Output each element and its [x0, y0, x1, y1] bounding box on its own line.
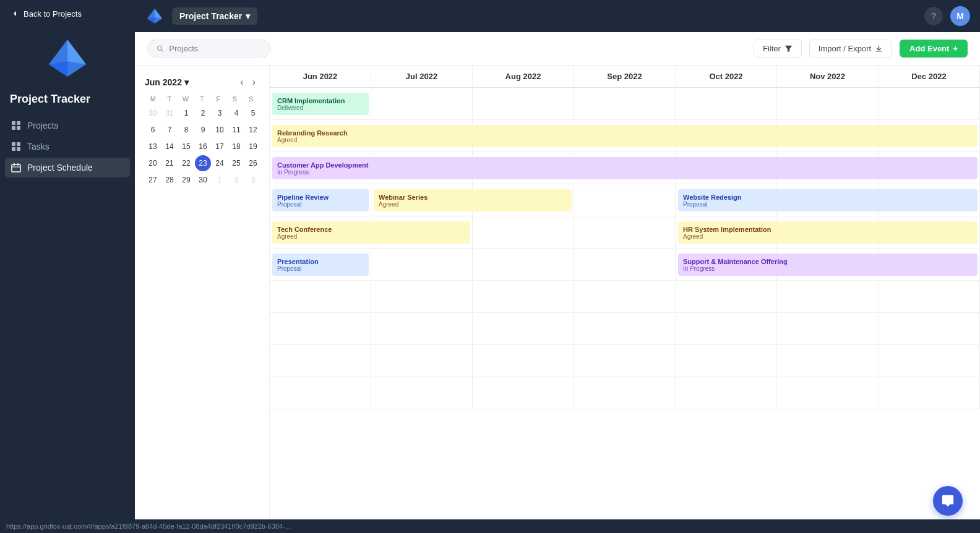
download-icon: [875, 45, 883, 53]
calendar-day[interactable]: 13: [145, 139, 161, 155]
mini-cal-prev-button[interactable]: ‹: [236, 75, 247, 89]
event-bar-webinar[interactable]: Webinar SeriesAgreed: [374, 189, 572, 211]
event-bar-customer-app[interactable]: Customer App DevelopmentIn Progress: [272, 157, 978, 179]
gantt-row: [270, 345, 980, 377]
help-button[interactable]: ?: [924, 7, 943, 25]
svg-marker-16: [155, 9, 162, 19]
calendar-day[interactable]: 31: [161, 105, 178, 121]
calendar-day[interactable]: 1: [212, 172, 228, 188]
event-bar-tech-conf[interactable]: Tech ConferenceAgreed: [272, 221, 470, 244]
event-bar-rebranding[interactable]: Rebranding ResearchAgreed: [272, 125, 978, 147]
topbar-title-button[interactable]: Project Tracker ▾: [172, 7, 257, 25]
calendar-day[interactable]: 7: [161, 122, 178, 138]
calendar-day[interactable]: 4: [228, 105, 244, 121]
event-status: Agreed: [683, 233, 973, 240]
sidebar-item-projects[interactable]: Projects: [5, 116, 130, 135]
gantt-row: [270, 281, 980, 313]
import-export-button[interactable]: Import / Export: [809, 40, 892, 58]
calendar-day[interactable]: 22: [178, 155, 194, 171]
gantt-row: [270, 313, 980, 345]
gantt-cell: [676, 345, 777, 377]
calendar-day[interactable]: 17: [212, 139, 228, 155]
calendar-day[interactable]: 19: [245, 139, 261, 155]
gantt-cell: [879, 313, 980, 344]
svg-rect-9: [12, 147, 15, 151]
calendar-day[interactable]: 21: [161, 155, 178, 171]
calendar-day[interactable]: 6: [145, 122, 161, 138]
calendar-day[interactable]: 11: [228, 122, 244, 138]
gantt-cell: [473, 249, 574, 280]
calendar-day[interactable]: 10: [212, 122, 228, 138]
sidebar-item-project-schedule[interactable]: Project Schedule: [5, 158, 130, 177]
event-bar-website[interactable]: Website RedesignProposal: [678, 189, 978, 211]
svg-rect-10: [17, 147, 20, 151]
svg-rect-4: [17, 121, 20, 125]
sidebar-logo: [0, 27, 135, 93]
svg-rect-5: [12, 126, 15, 130]
calendar-day[interactable]: 26: [245, 155, 261, 171]
calendar-day[interactable]: 1: [178, 105, 194, 121]
calendar-day[interactable]: 25: [228, 155, 244, 171]
gantt-cell: [574, 345, 676, 377]
svg-rect-11: [12, 164, 20, 172]
calendar-day[interactable]: 14: [161, 139, 178, 155]
calendar-day[interactable]: 18: [228, 139, 244, 155]
event-name: Presentation: [277, 258, 364, 265]
calendar-day[interactable]: 24: [212, 155, 228, 171]
sidebar-title: Project Tracker: [0, 93, 135, 116]
sidebar-nav: Projects Tasks Project Schedule: [0, 116, 135, 177]
calendar-day[interactable]: 2: [228, 172, 244, 188]
calendar-day[interactable]: 27: [145, 172, 161, 188]
add-event-button[interactable]: Add Event +: [900, 40, 968, 58]
event-bar-crm[interactable]: CRM ImplementationDelivered: [272, 93, 369, 115]
calendar-day[interactable]: 30: [145, 105, 161, 121]
calendar-day[interactable]: 3: [245, 172, 261, 188]
search-box[interactable]: [147, 40, 271, 58]
event-bar-support[interactable]: Support & Maintenance OfferingIn Progres…: [678, 254, 978, 276]
main-content: Project Tracker ▾ ? M Filter Import / Ex…: [135, 0, 980, 533]
calendar-day[interactable]: 16: [195, 139, 211, 155]
event-status: Agreed: [277, 137, 973, 143]
calendar-day[interactable]: 5: [245, 105, 261, 121]
calendar-day[interactable]: 12: [245, 122, 261, 138]
tasks-icon: [11, 142, 21, 151]
calendar-day[interactable]: 20: [145, 155, 161, 171]
gantt-body: CRM ImplementationDeliveredRebranding Re…: [270, 88, 980, 533]
event-bar-hr-system[interactable]: HR System ImplementationAgreed: [678, 221, 978, 244]
calendar-day[interactable]: 29: [178, 172, 194, 188]
back-label: Back to Projects: [24, 9, 82, 19]
user-avatar[interactable]: M: [950, 6, 970, 26]
mini-cal-dropdown-icon: ▾: [184, 77, 189, 87]
calendar-gantt-area: Jun 2022 ▾ ‹ › M T W T F S: [135, 66, 980, 533]
mini-cal-next-button[interactable]: ›: [249, 75, 259, 89]
filter-button[interactable]: Filter: [754, 40, 802, 58]
search-input[interactable]: [169, 44, 262, 53]
event-bar-presentation[interactable]: PresentationProposal: [272, 254, 369, 276]
calendar-day[interactable]: 9: [195, 122, 211, 138]
gantt-month-header: Sep 2022: [574, 66, 676, 87]
event-status: Agreed: [379, 201, 567, 208]
calendar-day[interactable]: 23: [195, 155, 211, 171]
mini-cal-month-button[interactable]: Jun 2022 ▾: [145, 77, 189, 87]
calendar-day[interactable]: 3: [212, 105, 228, 121]
calendar-day[interactable]: 8: [178, 122, 194, 138]
topbar: Project Tracker ▾ ? M: [135, 0, 980, 32]
event-name: Support & Maintenance Offering: [683, 258, 973, 265]
gantt-row: Pipeline ReviewProposalWebinar SeriesAgr…: [270, 184, 980, 216]
calendar-day[interactable]: 2: [195, 105, 211, 121]
chat-button[interactable]: [933, 486, 963, 516]
gantt-cell: [879, 377, 980, 409]
gantt-row: [270, 377, 980, 409]
calendar-day[interactable]: 30: [195, 172, 211, 188]
calendar-day[interactable]: 15: [178, 139, 194, 155]
sidebar-item-tasks[interactable]: Tasks: [5, 137, 130, 156]
svg-rect-8: [17, 142, 20, 146]
svg-point-18: [158, 46, 162, 50]
svg-line-19: [161, 49, 163, 51]
event-bar-pipeline[interactable]: Pipeline ReviewProposal: [272, 189, 369, 211]
mini-calendar: Jun 2022 ▾ ‹ › M T W T F S: [135, 66, 270, 533]
calendar-day[interactable]: 28: [161, 172, 178, 188]
status-bar: https://app.gridfox-uat.com/#/apps/a21f9…: [0, 519, 980, 533]
back-to-projects-button[interactable]: Back to Projects: [0, 0, 135, 27]
event-name: Tech Conference: [277, 226, 465, 233]
